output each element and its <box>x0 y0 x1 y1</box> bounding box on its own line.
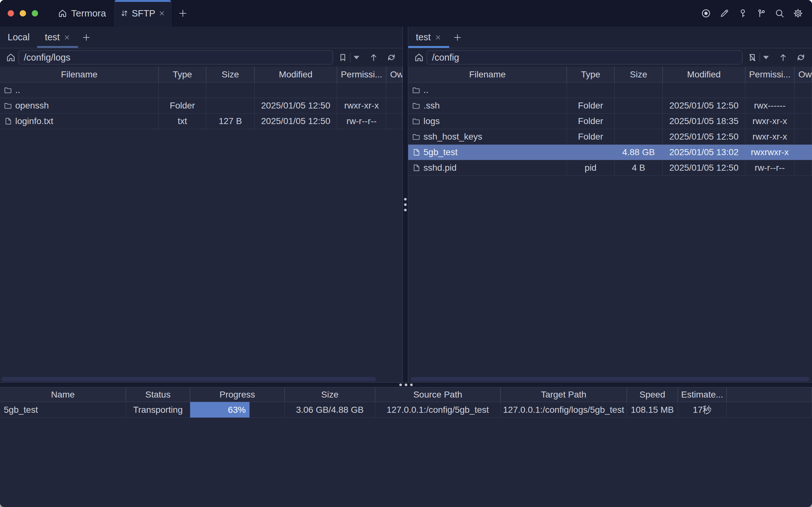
bookmark-dropdown-icon[interactable] <box>763 56 769 59</box>
titlebar-toolbar <box>701 0 812 26</box>
file-panes: Local test <box>0 26 812 382</box>
parent-directory-icon[interactable] <box>369 53 378 62</box>
table-row[interactable]: sshd.pid pid 4 B 2025/01/05 12:50 rw-r--… <box>408 160 812 176</box>
folder-icon <box>412 102 420 110</box>
tab-local[interactable]: Local <box>0 26 37 48</box>
column-size[interactable]: Size <box>206 67 255 82</box>
column-filename[interactable]: Filename <box>0 67 159 82</box>
close-window-button[interactable] <box>8 10 14 16</box>
column-progress[interactable]: Progress <box>190 387 285 402</box>
table-row[interactable]: logs Folder 2025/01/05 18:35 rwxr-xr-x <box>408 114 812 129</box>
column-source-path[interactable]: Source Path <box>375 387 501 402</box>
folder-icon <box>412 117 420 125</box>
left-path-tools <box>333 53 399 62</box>
active-tab-underline <box>37 46 78 48</box>
home-icon <box>58 9 67 18</box>
right-table-empty-area <box>408 176 812 382</box>
divider <box>760 53 760 62</box>
refresh-icon[interactable] <box>387 53 396 62</box>
column-owner[interactable]: Owner <box>795 67 812 82</box>
table-row-selected[interactable]: 5gb_test 4.88 GB 2025/01/05 13:02 rwxrwx… <box>408 145 812 160</box>
tab-test-right[interactable]: test <box>408 26 449 48</box>
tab-sftp[interactable]: SFTP <box>114 0 171 26</box>
left-pane: Local test <box>0 26 402 382</box>
left-new-tab-button[interactable] <box>78 26 95 48</box>
splitter-grip-icon <box>404 198 407 211</box>
home-directory-icon[interactable] <box>414 52 424 62</box>
right-path-tools <box>743 53 809 62</box>
right-pane: test <box>408 26 812 382</box>
column-permissions[interactable]: Permissi... <box>745 67 795 82</box>
transfers-header: Name Status Progress Size Source Path Ta… <box>0 387 812 402</box>
left-horizontal-scrollbar[interactable] <box>1 377 376 381</box>
table-row[interactable]: ssh_host_keys Folder 2025/01/05 12:50 rw… <box>408 129 812 145</box>
titlebar: Termora SFTP <box>0 0 812 26</box>
sftp-tab-label: SFTP <box>132 8 155 19</box>
tab-test-left[interactable]: test <box>37 26 78 48</box>
transfer-estimate: 17秒 <box>678 402 726 417</box>
folder-icon <box>4 86 12 94</box>
left-path-input[interactable] <box>18 50 333 64</box>
table-row[interactable]: loginfo.txt txt 127 B 2025/01/05 12:50 r… <box>0 114 402 129</box>
table-row[interactable]: .ssh Folder 2025/01/05 12:50 rwx------ <box>408 98 812 114</box>
column-permissions[interactable]: Permissi... <box>337 67 386 82</box>
plus-icon <box>178 9 187 18</box>
column-name[interactable]: Name <box>0 387 126 402</box>
column-filler <box>726 387 812 402</box>
column-owner[interactable]: Owner <box>386 67 402 82</box>
file-icon <box>412 148 420 156</box>
close-tab-icon[interactable] <box>435 34 442 41</box>
transfer-progress-bar: 63% <box>190 402 285 417</box>
settings-icon[interactable] <box>793 8 803 18</box>
folder-icon <box>4 102 12 110</box>
bookmark-slash-icon[interactable] <box>748 53 757 62</box>
transfer-row[interactable]: 5gb_test Transporting 63% 3.06 GB/4.88 G… <box>0 402 812 418</box>
progress-label: 63% <box>228 405 246 415</box>
table-row[interactable]: openssh Folder 2025/01/05 12:50 rwxr-xr-… <box>0 98 402 114</box>
column-speed[interactable]: Speed <box>627 387 678 402</box>
right-path-input[interactable] <box>427 50 743 64</box>
close-tab-icon[interactable] <box>63 34 70 41</box>
column-type[interactable]: Type <box>567 67 614 82</box>
minimize-window-button[interactable] <box>20 10 26 16</box>
column-estimate[interactable]: Estimate... <box>678 387 726 402</box>
home-tab[interactable]: Termora <box>50 0 114 26</box>
column-modified[interactable]: Modified <box>255 67 337 82</box>
bookmark-dropdown-icon[interactable] <box>354 56 359 59</box>
tab-test-left-label: test <box>45 32 60 43</box>
column-status[interactable]: Status <box>126 387 190 402</box>
right-pathbar <box>408 48 812 67</box>
right-horizontal-scrollbar[interactable] <box>411 377 809 381</box>
column-modified[interactable]: Modified <box>663 67 745 82</box>
close-sftp-tab-icon[interactable] <box>158 10 165 17</box>
home-directory-icon[interactable] <box>6 52 16 62</box>
parent-directory-icon[interactable] <box>778 53 788 62</box>
right-pane-tabs: test <box>408 26 812 48</box>
key-icon[interactable] <box>738 8 748 18</box>
left-table-empty-area <box>0 129 402 382</box>
transfer-splitter-horizontal[interactable] <box>0 382 812 387</box>
table-row[interactable]: .. <box>0 82 402 98</box>
transfers-panel: Name Status Progress Size Source Path Ta… <box>0 387 812 507</box>
column-size[interactable]: Size <box>285 387 375 402</box>
folder-icon <box>412 86 420 94</box>
refresh-icon[interactable] <box>796 53 806 62</box>
column-target-path[interactable]: Target Path <box>501 387 627 402</box>
zoom-window-button[interactable] <box>32 10 38 16</box>
column-filename[interactable]: Filename <box>408 67 567 82</box>
record-icon[interactable] <box>701 8 711 18</box>
right-new-tab-button[interactable] <box>449 26 466 48</box>
edit-icon[interactable] <box>719 8 729 18</box>
app-title: Termora <box>71 8 106 19</box>
pane-splitter-vertical[interactable] <box>402 26 408 382</box>
table-row[interactable]: .. <box>408 82 812 98</box>
column-type[interactable]: Type <box>159 67 206 82</box>
progress-fill: 63% <box>190 402 250 417</box>
bookmark-icon[interactable] <box>338 53 347 62</box>
left-table-header: Filename Type Size Modified Permissi... … <box>0 67 402 82</box>
new-terminal-tab-button[interactable] <box>171 0 194 26</box>
transfer-arrows-icon <box>120 9 128 17</box>
column-size[interactable]: Size <box>614 67 663 82</box>
keychain-icon[interactable] <box>756 8 766 18</box>
search-icon[interactable] <box>774 8 785 18</box>
